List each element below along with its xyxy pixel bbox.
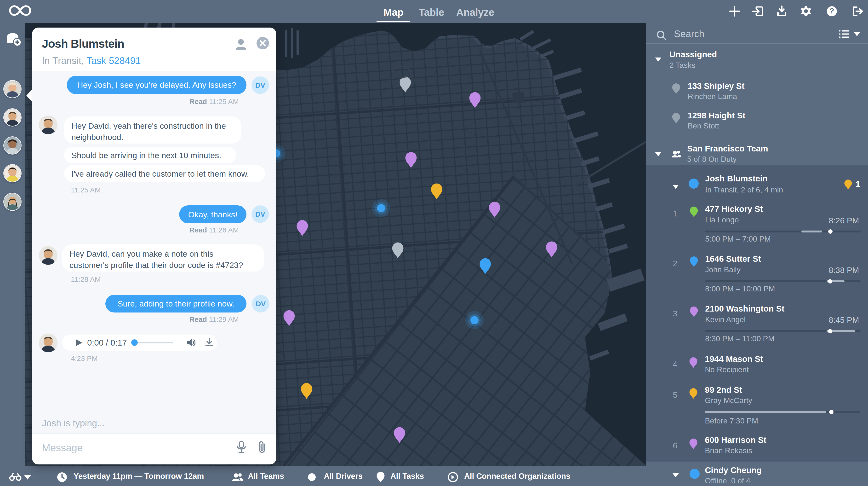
svg-text:?: ? [830, 6, 834, 15]
